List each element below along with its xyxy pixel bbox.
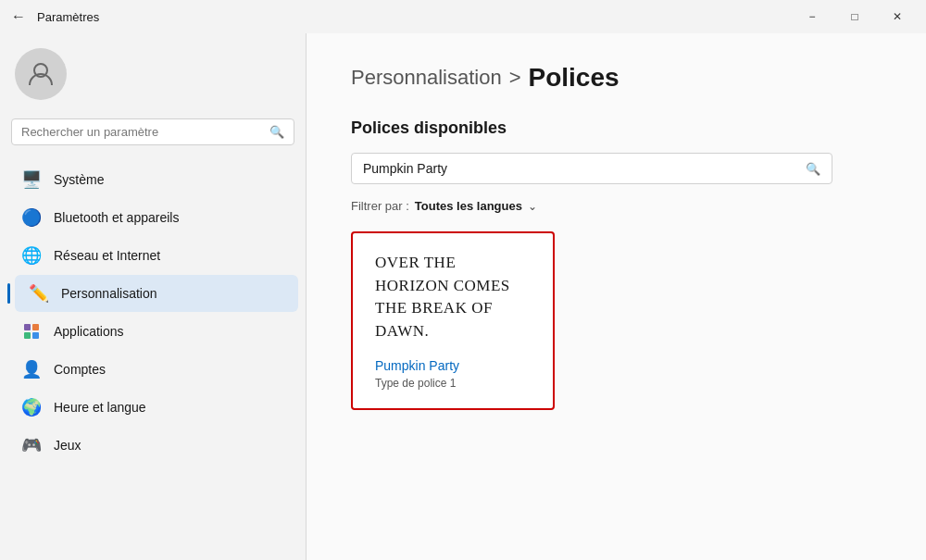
search-input[interactable] xyxy=(21,125,262,139)
reseau-icon: 🌐 xyxy=(22,246,41,265)
sidebar-item-label-comptes: Comptes xyxy=(54,362,106,377)
section-heading: Polices disponibles xyxy=(351,118,882,138)
sidebar-item-label-systeme: Système xyxy=(54,172,104,187)
font-search-input[interactable] xyxy=(363,161,798,176)
breadcrumb: Personnalisation > Polices xyxy=(351,63,882,93)
title-bar: ← Paramètres − □ ✕ xyxy=(0,0,926,33)
filter-value[interactable]: Toutes les langues xyxy=(415,199,522,213)
minimize-button[interactable]: − xyxy=(791,2,833,31)
font-search-icon: 🔍 xyxy=(806,162,820,176)
main-panel: Personnalisation > Polices Polices dispo… xyxy=(307,33,926,560)
nav-item-wrapper-comptes: 👤 Comptes xyxy=(0,351,306,388)
sidebar-item-apps[interactable]: Applications xyxy=(7,313,298,350)
sidebar-item-label-heure: Heure et langue xyxy=(54,400,146,415)
user-area xyxy=(0,33,306,118)
nav-item-wrapper-jeux: 🎮 Jeux xyxy=(0,427,306,464)
font-type: Type de police 1 xyxy=(375,377,531,390)
font-name-link[interactable]: Pumpkin Party xyxy=(375,358,531,373)
app-body: 🔍 🖥️ Système 🔵 Bluetooth et appareils 🌐 xyxy=(0,33,926,560)
filter-label: Filtrer par : xyxy=(351,199,409,213)
sidebar: 🔍 🖥️ Système 🔵 Bluetooth et appareils 🌐 xyxy=(0,33,306,560)
svg-rect-3 xyxy=(24,332,31,339)
active-indicator xyxy=(7,283,10,304)
font-search-container[interactable]: 🔍 xyxy=(351,153,832,184)
close-button[interactable]: ✕ xyxy=(876,2,919,31)
breadcrumb-separator: > xyxy=(509,66,521,90)
font-card[interactable]: OVER THE HORIZON COMES THE BREAK OF DAWN… xyxy=(351,231,555,410)
app-title: Paramètres xyxy=(37,10,99,24)
sidebar-item-label-bluetooth: Bluetooth et appareils xyxy=(54,210,179,225)
chevron-down-icon[interactable]: ⌄ xyxy=(528,200,537,213)
sidebar-item-reseau[interactable]: 🌐 Réseau et Internet xyxy=(7,237,298,274)
sidebar-item-comptes[interactable]: 👤 Comptes xyxy=(7,351,298,388)
sidebar-item-systeme[interactable]: 🖥️ Système xyxy=(7,161,298,198)
sidebar-item-bluetooth[interactable]: 🔵 Bluetooth et appareils xyxy=(7,199,298,236)
search-box[interactable]: 🔍 xyxy=(11,118,294,145)
sidebar-item-label-apps: Applications xyxy=(54,324,124,339)
nav-list: 🖥️ Système 🔵 Bluetooth et appareils 🌐 Ré… xyxy=(0,160,306,465)
window-controls: − □ ✕ xyxy=(791,2,919,31)
bluetooth-icon: 🔵 xyxy=(22,208,41,227)
jeux-icon: 🎮 xyxy=(22,436,41,454)
back-button[interactable]: ← xyxy=(7,5,30,29)
search-container: 🔍 xyxy=(11,118,294,145)
nav-item-wrapper-systeme: 🖥️ Système xyxy=(0,161,306,198)
nav-item-wrapper-perso: ✏️ Personnalisation xyxy=(0,275,306,312)
comptes-icon: 👤 xyxy=(22,360,41,379)
font-preview-text: OVER THE HORIZON COMES THE BREAK OF DAWN… xyxy=(375,252,531,343)
heure-icon: 🌍 xyxy=(22,398,41,417)
sidebar-item-label-reseau: Réseau et Internet xyxy=(54,248,160,263)
nav-item-wrapper-heure: 🌍 Heure et langue xyxy=(0,389,306,426)
apps-icon xyxy=(22,322,41,341)
sidebar-item-jeux[interactable]: 🎮 Jeux xyxy=(7,427,298,464)
nav-item-wrapper-apps: Applications xyxy=(0,313,306,350)
avatar xyxy=(15,48,67,100)
sidebar-item-label-jeux: Jeux xyxy=(54,438,81,453)
sidebar-item-heure[interactable]: 🌍 Heure et langue xyxy=(7,389,298,426)
sidebar-item-label-perso: Personnalisation xyxy=(61,286,157,301)
search-icon: 🔍 xyxy=(269,125,284,139)
maximize-button[interactable]: □ xyxy=(833,2,876,31)
systeme-icon: 🖥️ xyxy=(22,170,41,189)
nav-item-wrapper-reseau: 🌐 Réseau et Internet xyxy=(0,237,306,274)
perso-icon: ✏️ xyxy=(30,284,48,303)
nav-item-wrapper-bluetooth: 🔵 Bluetooth et appareils xyxy=(0,199,306,236)
sidebar-item-perso[interactable]: ✏️ Personnalisation xyxy=(15,275,298,312)
breadcrumb-parent: Personnalisation xyxy=(351,66,502,90)
svg-rect-2 xyxy=(32,324,39,330)
filter-row: Filtrer par : Toutes les langues ⌄ xyxy=(351,199,882,213)
svg-rect-1 xyxy=(24,324,31,330)
svg-rect-4 xyxy=(32,332,39,339)
breadcrumb-current: Polices xyxy=(529,63,619,93)
